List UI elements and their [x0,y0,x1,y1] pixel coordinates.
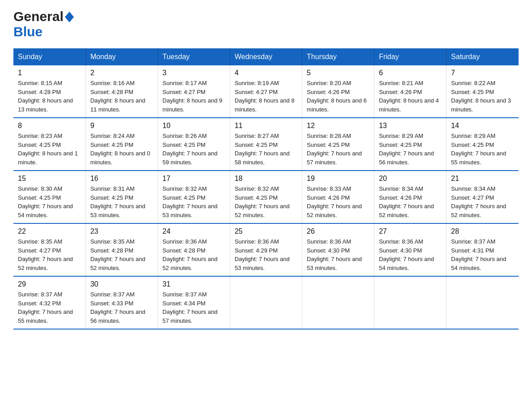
day-info: Sunrise: 8:37 AM Sunset: 4:33 PM Dayligh… [90,290,153,325]
calendar-week-3: 15 Sunrise: 8:30 AM Sunset: 4:25 PM Dayl… [13,171,519,223]
calendar-cell: 7 Sunrise: 8:22 AM Sunset: 4:25 PM Dayli… [446,65,519,118]
calendar-cell: 15 Sunrise: 8:30 AM Sunset: 4:25 PM Dayl… [13,171,86,223]
day-info: Sunrise: 8:26 AM Sunset: 4:25 PM Dayligh… [163,132,225,167]
day-info: Sunrise: 8:22 AM Sunset: 4:25 PM Dayligh… [451,79,514,114]
day-number: 11 [235,122,297,130]
day-info: Sunrise: 8:17 AM Sunset: 4:27 PM Dayligh… [163,79,225,114]
calendar-cell: 17 Sunrise: 8:32 AM Sunset: 4:25 PM Dayl… [158,171,230,223]
header-saturday: Saturday [446,48,519,65]
day-info: Sunrise: 8:32 AM Sunset: 4:25 PM Dayligh… [163,184,225,219]
calendar-cell [230,276,302,329]
calendar-cell: 5 Sunrise: 8:20 AM Sunset: 4:26 PM Dayli… [302,65,374,118]
day-number: 27 [379,227,442,235]
day-number: 19 [307,175,369,183]
calendar-cell: 3 Sunrise: 8:17 AM Sunset: 4:27 PM Dayli… [158,65,230,118]
day-number: 22 [18,227,81,235]
day-info: Sunrise: 8:31 AM Sunset: 4:25 PM Dayligh… [90,184,153,219]
calendar-body: 1 Sunrise: 8:15 AM Sunset: 4:28 PM Dayli… [13,65,519,329]
day-number: 2 [90,69,153,77]
calendar-cell: 31 Sunrise: 8:37 AM Sunset: 4:34 PM Dayl… [158,276,230,329]
day-number: 29 [18,280,81,288]
day-info: Sunrise: 8:27 AM Sunset: 4:25 PM Dayligh… [235,132,297,167]
calendar-week-1: 1 Sunrise: 8:15 AM Sunset: 4:28 PM Dayli… [13,65,519,118]
calendar-cell: 10 Sunrise: 8:26 AM Sunset: 4:25 PM Dayl… [158,118,230,171]
day-info: Sunrise: 8:34 AM Sunset: 4:26 PM Dayligh… [379,184,442,219]
calendar-cell: 13 Sunrise: 8:29 AM Sunset: 4:25 PM Dayl… [374,118,446,171]
calendar-header: Sunday Monday Tuesday Wednesday Thursday… [13,48,519,65]
calendar-cell: 4 Sunrise: 8:19 AM Sunset: 4:27 PM Dayli… [230,65,302,118]
day-number: 10 [163,122,225,130]
logo: General Blue [13,9,74,39]
day-info: Sunrise: 8:29 AM Sunset: 4:25 PM Dayligh… [379,132,442,167]
calendar-cell [302,276,374,329]
calendar-cell: 6 Sunrise: 8:21 AM Sunset: 4:26 PM Dayli… [374,65,446,118]
header-wednesday: Wednesday [230,48,302,65]
day-number: 7 [451,69,514,77]
day-number: 17 [163,175,225,183]
day-number: 28 [451,227,514,235]
header-friday: Friday [374,48,446,65]
day-number: 12 [307,122,369,130]
day-info: Sunrise: 8:28 AM Sunset: 4:25 PM Dayligh… [307,132,369,167]
day-info: Sunrise: 8:21 AM Sunset: 4:26 PM Dayligh… [379,79,442,114]
day-number: 8 [18,122,81,130]
calendar-cell: 18 Sunrise: 8:32 AM Sunset: 4:25 PM Dayl… [230,171,302,223]
calendar-cell: 21 Sunrise: 8:34 AM Sunset: 4:27 PM Dayl… [446,171,519,223]
calendar-cell: 26 Sunrise: 8:36 AM Sunset: 4:30 PM Dayl… [302,223,374,276]
day-number: 18 [235,175,297,183]
calendar-cell: 11 Sunrise: 8:27 AM Sunset: 4:25 PM Dayl… [230,118,302,171]
header-monday: Monday [86,48,158,65]
day-info: Sunrise: 8:19 AM Sunset: 4:27 PM Dayligh… [235,79,297,114]
calendar-week-5: 29 Sunrise: 8:37 AM Sunset: 4:32 PM Dayl… [13,276,519,329]
calendar-cell: 30 Sunrise: 8:37 AM Sunset: 4:33 PM Dayl… [86,276,158,329]
page-header: General Blue [13,9,519,39]
calendar-cell: 25 Sunrise: 8:36 AM Sunset: 4:29 PM Dayl… [230,223,302,276]
calendar-week-4: 22 Sunrise: 8:35 AM Sunset: 4:27 PM Dayl… [13,223,519,276]
day-info: Sunrise: 8:36 AM Sunset: 4:30 PM Dayligh… [379,237,442,272]
calendar-cell: 28 Sunrise: 8:37 AM Sunset: 4:31 PM Dayl… [446,223,519,276]
header-thursday: Thursday [302,48,374,65]
day-number: 1 [18,69,81,77]
header-tuesday: Tuesday [158,48,230,65]
calendar-cell: 8 Sunrise: 8:23 AM Sunset: 4:25 PM Dayli… [13,118,86,171]
calendar-cell: 9 Sunrise: 8:24 AM Sunset: 4:25 PM Dayli… [86,118,158,171]
calendar-cell: 20 Sunrise: 8:34 AM Sunset: 4:26 PM Dayl… [374,171,446,223]
day-info: Sunrise: 8:35 AM Sunset: 4:28 PM Dayligh… [90,237,153,272]
header-sunday: Sunday [13,48,86,65]
day-number: 20 [379,175,442,183]
day-number: 14 [451,122,514,130]
calendar-table: Sunday Monday Tuesday Wednesday Thursday… [13,48,519,330]
day-number: 24 [163,227,225,235]
day-info: Sunrise: 8:30 AM Sunset: 4:25 PM Dayligh… [18,184,81,219]
calendar-cell: 16 Sunrise: 8:31 AM Sunset: 4:25 PM Dayl… [86,171,158,223]
day-info: Sunrise: 8:37 AM Sunset: 4:32 PM Dayligh… [18,290,81,325]
day-info: Sunrise: 8:36 AM Sunset: 4:28 PM Dayligh… [163,237,225,272]
logo-general-text: General [13,9,64,24]
day-info: Sunrise: 8:16 AM Sunset: 4:28 PM Dayligh… [90,79,153,114]
day-number: 30 [90,280,153,288]
day-info: Sunrise: 8:36 AM Sunset: 4:30 PM Dayligh… [307,237,369,272]
day-info: Sunrise: 8:37 AM Sunset: 4:31 PM Dayligh… [451,237,514,272]
day-number: 9 [90,122,153,130]
calendar-cell: 22 Sunrise: 8:35 AM Sunset: 4:27 PM Dayl… [13,223,86,276]
calendar-cell: 23 Sunrise: 8:35 AM Sunset: 4:28 PM Dayl… [86,223,158,276]
calendar-cell: 29 Sunrise: 8:37 AM Sunset: 4:32 PM Dayl… [13,276,86,329]
calendar-cell: 27 Sunrise: 8:36 AM Sunset: 4:30 PM Dayl… [374,223,446,276]
day-info: Sunrise: 8:23 AM Sunset: 4:25 PM Dayligh… [18,132,81,167]
calendar-cell: 19 Sunrise: 8:33 AM Sunset: 4:26 PM Dayl… [302,171,374,223]
day-info: Sunrise: 8:20 AM Sunset: 4:26 PM Dayligh… [307,79,369,114]
calendar-cell: 2 Sunrise: 8:16 AM Sunset: 4:28 PM Dayli… [86,65,158,118]
day-number: 15 [18,175,81,183]
day-number: 5 [307,69,369,77]
calendar-week-2: 8 Sunrise: 8:23 AM Sunset: 4:25 PM Dayli… [13,118,519,171]
day-number: 3 [163,69,225,77]
day-number: 6 [379,69,442,77]
calendar-cell [374,276,446,329]
day-number: 31 [163,280,225,288]
calendar-cell: 1 Sunrise: 8:15 AM Sunset: 4:28 PM Dayli… [13,65,86,118]
day-info: Sunrise: 8:33 AM Sunset: 4:26 PM Dayligh… [307,184,369,219]
day-info: Sunrise: 8:29 AM Sunset: 4:25 PM Dayligh… [451,132,514,167]
day-info: Sunrise: 8:34 AM Sunset: 4:27 PM Dayligh… [451,184,514,219]
day-info: Sunrise: 8:24 AM Sunset: 4:25 PM Dayligh… [90,132,153,167]
day-number: 23 [90,227,153,235]
